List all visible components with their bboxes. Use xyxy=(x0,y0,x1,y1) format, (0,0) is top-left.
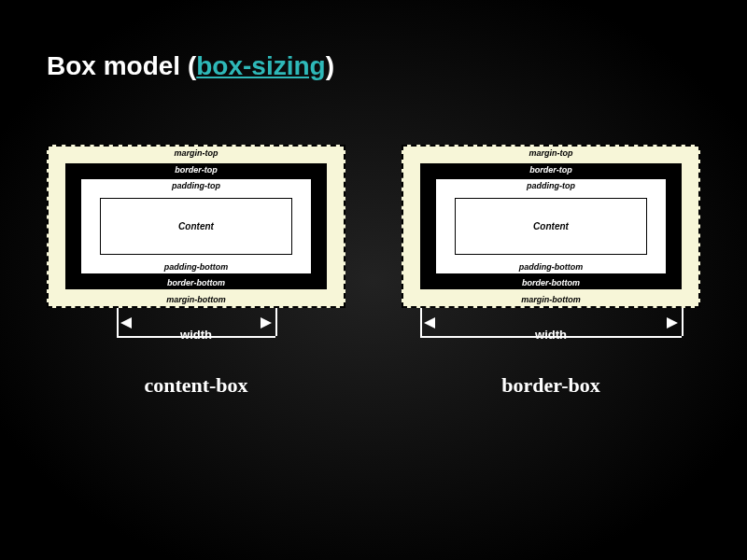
padding-layer: padding-top padding-bottom padding-left … xyxy=(435,178,667,274)
box-model-content-box: margin-top margin-bottom margin-left mar… xyxy=(47,145,345,308)
width-bracket-content-box: width xyxy=(47,322,345,359)
width-brackets-row: width width xyxy=(47,322,700,359)
padding-top-label: padding-top xyxy=(81,181,311,190)
border-bottom-label: border-bottom xyxy=(420,278,682,287)
content-label: Content xyxy=(533,221,569,231)
width-bracket-border-box: width xyxy=(402,322,700,359)
border-layer: border-top border-bottom border-left bor… xyxy=(420,163,682,289)
box-model-border-box: margin-top margin-bottom margin-left mar… xyxy=(402,145,700,308)
width-label: width xyxy=(402,328,700,342)
title-prefix: Box model ( xyxy=(47,51,196,80)
margin-top-label: margin-top xyxy=(403,148,698,158)
box-sizing-link[interactable]: box-sizing xyxy=(196,51,325,80)
content-layer: Content xyxy=(455,198,647,255)
margin-bottom-label: margin-bottom xyxy=(49,295,344,304)
diagrams-row: margin-top margin-bottom margin-left mar… xyxy=(47,145,700,308)
border-top-label: border-top xyxy=(65,165,327,175)
slide: Box model (box-sizing) margin-top margin… xyxy=(0,0,747,560)
captions-row: content-box border-box xyxy=(47,373,700,398)
content-label: Content xyxy=(178,221,214,231)
border-bottom-label: border-bottom xyxy=(65,278,327,287)
padding-bottom-label: padding-bottom xyxy=(81,262,311,272)
border-top-label: border-top xyxy=(420,165,682,175)
title-suffix: ) xyxy=(326,51,334,80)
padding-bottom-label: padding-bottom xyxy=(436,262,666,272)
width-label: width xyxy=(47,328,345,342)
padding-top-label: padding-top xyxy=(436,181,666,190)
padding-layer: padding-top padding-bottom padding-left … xyxy=(80,178,312,274)
content-layer: Content xyxy=(100,198,292,255)
margin-top-label: margin-top xyxy=(49,148,344,158)
slide-title: Box model (box-sizing) xyxy=(47,51,334,81)
caption-border-box: border-box xyxy=(402,373,700,398)
border-layer: border-top border-bottom border-left bor… xyxy=(65,163,327,289)
caption-content-box: content-box xyxy=(47,373,345,398)
margin-bottom-label: margin-bottom xyxy=(403,295,698,304)
